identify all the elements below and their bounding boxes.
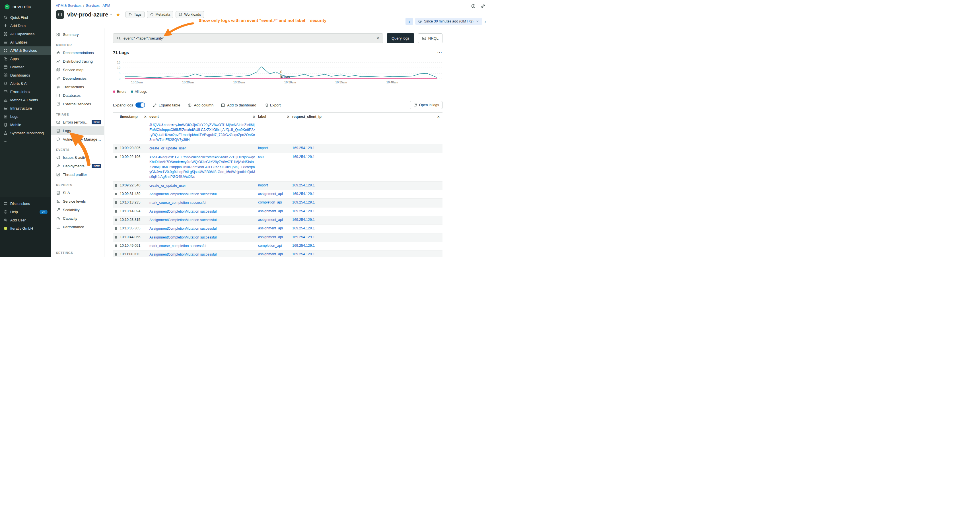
event-link[interactable]: mark_course_completion successful [150, 201, 206, 205]
subnav-item[interactable]: External services [51, 100, 104, 108]
row-marker[interactable] [115, 156, 117, 158]
panel-collapse-chevron[interactable]: › [485, 19, 486, 24]
row-marker[interactable] [115, 245, 117, 247]
clear-query-icon[interactable]: × [377, 36, 379, 41]
ip-link[interactable]: 169.254.129.1 [292, 192, 315, 196]
rail-nav-item[interactable]: Synthetic Monitoring [0, 129, 51, 137]
ip-link[interactable]: 169.254.129.1 [292, 226, 315, 230]
time-picker[interactable]: Since 30 minutes ago (GMT+2) [415, 18, 482, 25]
expand-table-button[interactable]: Expand table [153, 103, 180, 107]
table-row[interactable]: 10:09:31.439 AssignmentCompletionMutatio… [113, 190, 442, 198]
open-in-logs-button[interactable]: Open in logs [410, 101, 442, 109]
subnav-item[interactable]: Performance [51, 223, 104, 231]
subnav-item[interactable]: Issues & activity [51, 153, 104, 162]
event-link[interactable]: AssignmentCompletionMutation successful [150, 253, 216, 256]
query-logs-button[interactable]: Query logs [387, 33, 414, 43]
subnav-item[interactable]: Thread profiler [51, 170, 104, 179]
table-row[interactable]: 10:10:49.051 mark_course_completion succ… [113, 242, 442, 250]
subnav-item[interactable]: Databases [51, 91, 104, 100]
event-link[interactable]: mark_course_completion successful [150, 244, 206, 248]
subnav-item[interactable]: Distributed tracing [51, 57, 104, 65]
label-link[interactable]: assignment_api [258, 226, 283, 230]
row-marker[interactable] [115, 184, 117, 187]
subnav-item[interactable]: Vulnerability Management [51, 135, 104, 143]
label-link[interactable]: import [258, 183, 268, 187]
subnav-item[interactable]: Deployments New [51, 162, 104, 170]
ip-link[interactable]: 169.254.129.1 [292, 155, 315, 159]
rail-bottom-item[interactable]: Help 70 [0, 208, 51, 216]
legend-item[interactable]: All Logs [131, 90, 147, 94]
column-header-event[interactable]: event [150, 115, 159, 119]
rail-nav-item[interactable]: Logs [0, 112, 51, 121]
label-link[interactable]: sso [258, 155, 264, 159]
subnav-item[interactable]: Logs [51, 126, 104, 135]
favorite-star-icon[interactable]: ★ [116, 12, 120, 18]
subnav-item[interactable]: Service map [51, 65, 104, 74]
more-menu-icon[interactable]: ⋯ [437, 49, 442, 56]
add-to-dashboard-button[interactable]: Add to dashboard [221, 103, 256, 107]
rail-nav-item[interactable]: Errors Inbox [0, 88, 51, 96]
subnav-item[interactable]: Errors (errors inb... New [51, 118, 104, 126]
label-link[interactable]: completion_api [258, 243, 282, 248]
rail-nav-item[interactable]: All Capabilities [0, 30, 51, 38]
rail-nav-item[interactable]: Infrastructure [0, 104, 51, 112]
table-row[interactable]: 10:09:22.540 create_or_update_user impor… [113, 181, 442, 190]
add-column-button[interactable]: Add column [188, 103, 213, 107]
subnav-item[interactable]: Capacity [51, 214, 104, 223]
event-link[interactable]: AssignmentCompletionMutation successful [150, 210, 216, 213]
rail-bottom-item[interactable]: Iterativ GmbH [0, 224, 51, 232]
row-marker[interactable] [115, 210, 117, 213]
rail-nav-item[interactable]: APM & Services [0, 46, 51, 55]
table-row[interactable]: 10:10:23.815 AssignmentCompletionMutatio… [113, 216, 442, 224]
entity-switcher-chevron-icon[interactable] [110, 13, 113, 16]
row-marker[interactable] [115, 236, 117, 239]
label-link[interactable]: assignment_api [258, 235, 283, 239]
rail-nav-item[interactable]: Dashboards [0, 71, 51, 80]
table-row[interactable]: 10:10:14.094 AssignmentCompletionMutatio… [113, 207, 442, 216]
ip-link[interactable]: 169.254.129.1 [292, 252, 315, 256]
row-marker[interactable] [115, 193, 117, 195]
column-header-timestamp[interactable]: timestamp [120, 115, 138, 119]
event-link[interactable]: create_or_update_user [150, 183, 186, 188]
label-link[interactable]: assignment_api [258, 192, 283, 196]
row-marker[interactable] [115, 219, 117, 221]
rail-bottom-item[interactable]: Discussions [0, 199, 51, 208]
table-row[interactable]: 10:10:13.235 mark_course_completion succ… [113, 199, 442, 207]
table-row[interactable]: 10:10:44.066 AssignmentCompletionMutatio… [113, 233, 442, 242]
expand-logs-control[interactable]: Expand logs [113, 102, 145, 108]
remove-event-column-icon[interactable]: × [253, 115, 256, 119]
column-header-label[interactable]: label [258, 115, 266, 119]
tags-button[interactable]: Tags [126, 11, 145, 18]
ip-link[interactable]: 169.254.129.1 [292, 218, 315, 222]
label-link[interactable]: assignment_api [258, 252, 283, 256]
row-marker[interactable] [115, 253, 117, 256]
row-marker[interactable] [115, 201, 117, 204]
subnav-item[interactable]: SLA [51, 188, 104, 197]
event-link[interactable]: AssignmentCompletionMutation successful [150, 226, 216, 231]
ip-link[interactable]: 169.254.129.1 [292, 235, 315, 239]
permalink-icon[interactable] [480, 4, 485, 8]
remove-label-column-icon[interactable]: × [287, 115, 291, 119]
rail-bottom-item[interactable]: Add User [0, 216, 51, 224]
table-row[interactable]: 10:10:35.305 AssignmentCompletionMutatio… [113, 224, 442, 233]
rail-nav-item[interactable]: Apps [0, 55, 51, 63]
remove-ip-column-icon[interactable]: × [438, 115, 441, 119]
label-link[interactable]: import [258, 146, 268, 150]
label-link[interactable]: assignment_api [258, 209, 283, 213]
metadata-button[interactable]: Metadata [147, 11, 173, 18]
label-link[interactable]: completion_api [258, 201, 282, 204]
event-link[interactable]: AssignmentCompletionMutation successful [150, 218, 216, 222]
newrelic-logo[interactable]: new relic. [0, 0, 51, 13]
ip-link[interactable]: 169.254.129.1 [292, 209, 315, 213]
event-link[interactable]: create_or_update_user [150, 146, 186, 150]
event-link[interactable]: JUQVU&code=eyJraWQiOiJjcGltY29yZV8wOTl1M… [150, 123, 255, 142]
table-row[interactable]: 10:09:20.895 create_or_update_user impor… [113, 144, 442, 153]
label-link[interactable]: assignment_api [258, 218, 283, 222]
rail-nav-item[interactable]: Mobile [0, 121, 51, 129]
event-link[interactable]: <ASGIRequest: GET '/sso/callback/?state=… [150, 155, 255, 179]
expand-logs-toggle[interactable] [135, 102, 145, 108]
legend-item[interactable]: Errors [113, 90, 126, 94]
table-row[interactable]: JUQVU&code=eyJraWQiOiJjcGltY29yZV8wOTl1M… [113, 121, 442, 144]
breadcrumb-link-apm-services[interactable]: APM & Services [56, 4, 81, 8]
row-marker[interactable] [115, 147, 117, 150]
